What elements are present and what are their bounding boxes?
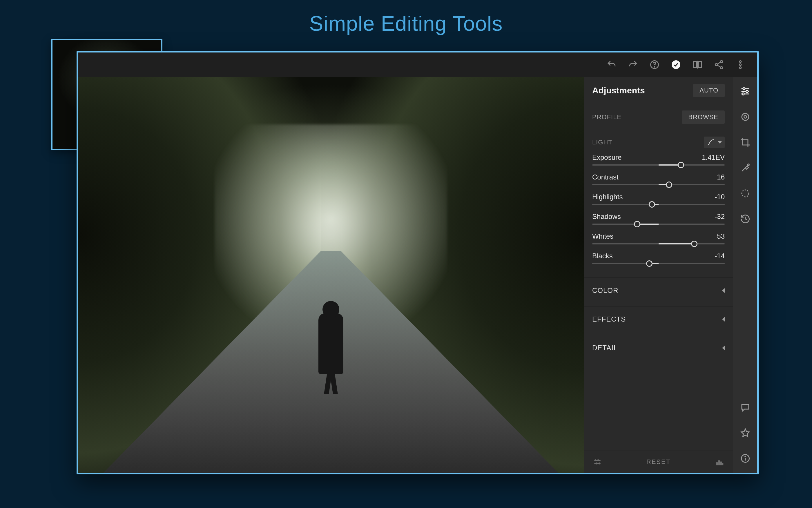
section-detail[interactable]: DETAIL [584, 335, 733, 361]
star-icon [740, 428, 751, 438]
reset-button[interactable]: RESET [646, 458, 671, 466]
svg-point-31 [744, 116, 746, 118]
section-color[interactable]: COLOR [584, 278, 733, 303]
slider-shadows[interactable]: Shadows-32 [584, 210, 733, 229]
help-button[interactable] [648, 58, 661, 71]
photo-canvas[interactable] [78, 77, 584, 473]
redo-button[interactable] [627, 58, 639, 71]
top-toolbar [78, 52, 757, 77]
svg-point-1 [654, 67, 655, 67]
slider-whites[interactable]: Whites53 [584, 229, 733, 249]
svg-point-7 [715, 64, 718, 66]
svg-marker-34 [741, 429, 749, 437]
info-icon [740, 453, 751, 464]
slider-exposure[interactable]: Exposure1.41EV [584, 151, 733, 170]
slider-track[interactable] [592, 184, 725, 185]
auto-button[interactable]: AUTO [693, 84, 725, 97]
slider-thumb[interactable] [634, 221, 640, 227]
radial-icon [740, 188, 751, 199]
healing-icon [740, 112, 751, 122]
info-tool[interactable] [739, 452, 752, 465]
healing-tool[interactable] [739, 111, 752, 123]
section-label: COLOR [592, 287, 618, 295]
slider-track[interactable] [592, 164, 725, 166]
slider-value: 16 [717, 173, 725, 181]
app-window: Adjustments AUTO PROFILE BROWSE LIGHT Ex… [77, 51, 759, 474]
profile-row: PROFILE BROWSE [584, 104, 733, 130]
section-label: EFFECTS [592, 315, 626, 323]
slider-name: Highlights [592, 193, 623, 201]
eyedropper-icon [740, 163, 751, 173]
work-area: Adjustments AUTO PROFILE BROWSE LIGHT Ex… [78, 77, 757, 473]
svg-line-9 [717, 62, 720, 64]
svg-rect-3 [694, 62, 697, 68]
svg-point-29 [742, 93, 744, 95]
profile-label: PROFILE [592, 113, 622, 121]
radial-tool[interactable] [739, 187, 752, 200]
slider-track[interactable] [592, 263, 725, 264]
slider-thumb[interactable] [649, 201, 655, 208]
canvas-person [318, 313, 343, 374]
slider-blacks[interactable]: Blacks-14 [584, 249, 733, 269]
svg-line-10 [717, 65, 720, 67]
favorite-tool[interactable] [739, 426, 752, 439]
histogram-button[interactable] [714, 457, 725, 467]
adjust-tool[interactable] [739, 85, 752, 98]
slider-track[interactable] [592, 243, 725, 245]
svg-point-13 [739, 67, 741, 69]
svg-rect-20 [716, 463, 718, 465]
history-tool[interactable] [739, 213, 752, 225]
section-effects[interactable]: EFFECTS [584, 306, 733, 332]
comment-icon [740, 402, 751, 413]
svg-point-27 [746, 90, 748, 92]
browse-button[interactable]: BROWSE [682, 111, 725, 124]
chevron-left-icon [722, 317, 725, 322]
svg-rect-23 [722, 463, 723, 465]
sliders-container: Exposure1.41EVContrast16Highlights-10Sha… [584, 151, 733, 269]
slider-thumb[interactable] [666, 181, 672, 188]
apply-button[interactable] [670, 58, 682, 71]
share-button[interactable] [713, 58, 725, 71]
sliders-icon [740, 86, 751, 96]
crop-tool[interactable] [739, 136, 752, 149]
slider-value: 53 [717, 232, 725, 240]
svg-rect-22 [720, 462, 722, 465]
svg-point-6 [720, 60, 723, 63]
compare-button[interactable] [691, 58, 704, 71]
chevron-left-icon [722, 346, 725, 350]
history-icon [740, 214, 751, 224]
slider-name: Shadows [592, 213, 621, 221]
svg-point-30 [742, 113, 749, 120]
section-label: DETAIL [592, 344, 618, 352]
slider-track[interactable] [592, 223, 725, 225]
tone-curve-button[interactable] [704, 136, 725, 148]
panel-footer: RESET [584, 451, 733, 473]
chevron-left-icon [722, 288, 725, 293]
undo-button[interactable] [605, 58, 618, 71]
svg-point-32 [747, 164, 749, 166]
slider-contrast[interactable]: Contrast16 [584, 170, 733, 190]
svg-rect-21 [718, 461, 720, 465]
eyedropper-tool[interactable] [739, 162, 752, 174]
slider-thumb[interactable] [678, 162, 684, 168]
panel-title: Adjustments [592, 86, 645, 95]
adjustments-panel: Adjustments AUTO PROFILE BROWSE LIGHT Ex… [584, 77, 733, 473]
previous-settings-button[interactable] [592, 457, 603, 467]
light-section-header: LIGHT [584, 130, 733, 151]
slider-name: Exposure [592, 154, 622, 162]
slider-track[interactable] [592, 204, 725, 205]
svg-point-37 [745, 456, 745, 457]
slider-name: Whites [592, 232, 613, 240]
slider-thumb[interactable] [691, 241, 697, 247]
slider-highlights[interactable]: Highlights-10 [584, 190, 733, 210]
more-button[interactable] [734, 58, 747, 71]
tool-rail [733, 77, 757, 473]
slider-name: Contrast [592, 173, 618, 181]
svg-point-11 [739, 61, 741, 62]
chevron-down-icon [718, 141, 722, 143]
slider-value: 1.41EV [702, 154, 725, 162]
slider-value: -32 [715, 213, 725, 221]
comment-tool[interactable] [739, 401, 752, 414]
svg-point-8 [720, 67, 723, 69]
slider-thumb[interactable] [646, 260, 652, 267]
